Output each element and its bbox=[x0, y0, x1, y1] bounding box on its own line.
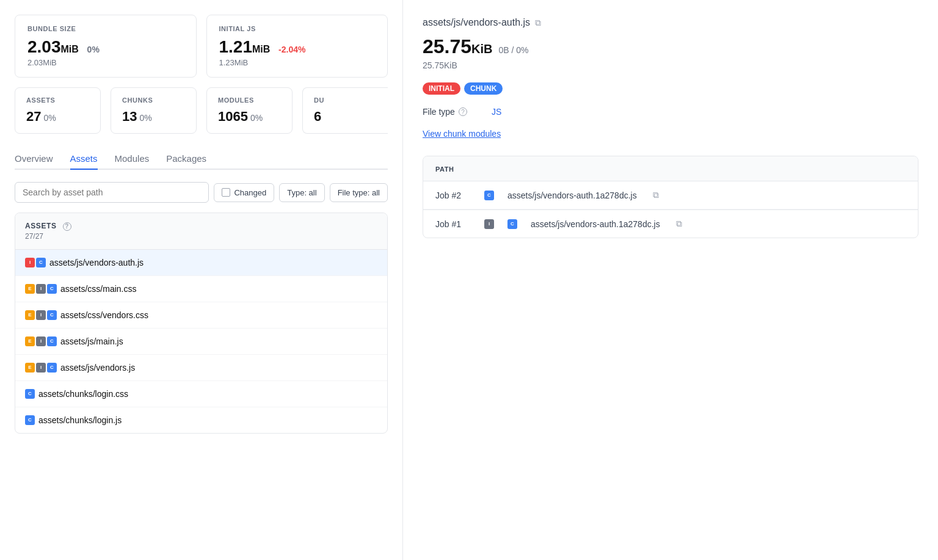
file-type-value: JS bbox=[492, 107, 501, 117]
assets-section-title: ASSETS bbox=[25, 222, 57, 230]
job2-label: Job #2 bbox=[435, 191, 472, 200]
file-type-row: File type ? JS bbox=[423, 107, 918, 117]
badge-i: I bbox=[36, 284, 46, 294]
view-chunk-modules-link[interactable]: View chunk modules bbox=[423, 129, 501, 139]
asset-name-login-js: assets/chunks/login.js bbox=[38, 415, 122, 425]
changed-filter-btn[interactable]: Changed bbox=[214, 183, 274, 202]
badge-chunk: C bbox=[36, 258, 46, 267]
tab-overview[interactable]: Overview bbox=[15, 148, 53, 170]
copy-path-icon[interactable]: ⧉ bbox=[535, 18, 541, 28]
asset-name-vendors-auth-js: assets/js/vendors-auth.js bbox=[49, 258, 144, 267]
right-panel: assets/js/vendors-auth.js ⧉ 25.75KiB 0B … bbox=[403, 0, 938, 560]
badge-c: C bbox=[25, 415, 35, 425]
job1-path: assets/js/vendors-auth.1a278dc.js bbox=[531, 219, 660, 229]
type-filter-btn[interactable]: Type: all bbox=[279, 183, 324, 202]
dup-stat-label: DU bbox=[314, 96, 377, 104]
initial-js-card: INITIAL JS 1.21MiB -2.04% 1.23MiB bbox=[206, 15, 388, 78]
assets-stat-value: 270% bbox=[26, 109, 89, 125]
asset-row-main-css[interactable]: E I C assets/css/main.css bbox=[15, 276, 387, 302]
badge-e: E bbox=[25, 310, 35, 320]
tab-modules[interactable]: Modules bbox=[115, 148, 150, 170]
chunks-stat-value: 130% bbox=[122, 109, 185, 125]
stats-top-row: BUNDLE SIZE 2.03MiB 0% 2.03MiB INITIAL J… bbox=[15, 15, 388, 78]
badge-c: C bbox=[25, 389, 35, 399]
file-type-help-icon[interactable]: ? bbox=[459, 107, 467, 116]
assets-count: 27/27 bbox=[25, 232, 377, 241]
path-row-job2: Job #2 C assets/js/vendors-auth.1a278dc.… bbox=[423, 181, 918, 209]
asset-name-main-js: assets/js/main.js bbox=[60, 336, 123, 346]
bundle-size-value: 2.03MiB 0% bbox=[27, 37, 184, 57]
bundle-size-unit: MiB bbox=[61, 44, 79, 54]
asset-row-vendors-auth-js[interactable]: I C assets/js/vendors-auth.js bbox=[15, 250, 387, 276]
job2-copy-icon[interactable]: ⧉ bbox=[653, 190, 659, 200]
bundle-size-card: BUNDLE SIZE 2.03MiB 0% 2.03MiB bbox=[15, 15, 197, 78]
badge-initial: I bbox=[25, 258, 35, 267]
assets-stat-card: ASSETS 270% bbox=[15, 87, 101, 134]
asset-name-login-css: assets/chunks/login.css bbox=[38, 389, 128, 399]
modules-stat-value: 10650% bbox=[218, 109, 281, 125]
dup-stat-card: DU 6 bbox=[302, 87, 388, 134]
job2-path: assets/js/vendors-auth.1a278dc.js bbox=[507, 191, 637, 200]
initial-js-label: INITIAL JS bbox=[219, 25, 376, 32]
bundle-size-sub: 2.03MiB bbox=[27, 58, 184, 67]
assets-stat-label: ASSETS bbox=[26, 96, 89, 104]
asset-name-main-css: assets/css/main.css bbox=[60, 284, 136, 294]
asset-row-vendors-js[interactable]: E I C assets/js/vendors.js bbox=[15, 355, 387, 381]
job1-label: Job #1 bbox=[435, 219, 472, 229]
bundle-size-number: 2.03 bbox=[27, 37, 61, 56]
search-input[interactable] bbox=[15, 182, 209, 203]
initial-js-value: 1.21MiB -2.04% bbox=[219, 37, 376, 57]
asset-row-login-js[interactable]: C assets/chunks/login.js bbox=[15, 407, 387, 433]
left-panel: BUNDLE SIZE 2.03MiB 0% 2.03MiB INITIAL J… bbox=[0, 0, 403, 560]
asset-path-title: assets/js/vendors-auth.js bbox=[423, 17, 530, 28]
job1-badge-i: I bbox=[484, 219, 494, 229]
badge-c: C bbox=[47, 284, 57, 294]
modules-stat-label: MODULES bbox=[218, 96, 281, 104]
assets-list-header: ASSETS ? 27/27 bbox=[15, 213, 387, 250]
asset-tags: INITIAL CHUNK bbox=[423, 82, 918, 95]
tab-packages[interactable]: Packages bbox=[166, 148, 206, 170]
assets-help-icon[interactable]: ? bbox=[63, 222, 71, 231]
file-type-label: File type ? bbox=[423, 107, 467, 117]
initial-js-unit: MiB bbox=[252, 44, 270, 54]
initial-js-diff: -2.04% bbox=[278, 45, 305, 54]
asset-name-vendors-js: assets/js/vendors.js bbox=[60, 363, 135, 373]
stats-bottom-row: ASSETS 270% CHUNKS 130% MODULES 10650% D… bbox=[15, 87, 388, 134]
dup-stat-value: 6 bbox=[314, 109, 377, 125]
initial-js-sub: 1.23MiB bbox=[219, 58, 376, 67]
asset-name-vendors-css: assets/css/vendors.css bbox=[60, 310, 148, 320]
bundle-size-label: BUNDLE SIZE bbox=[27, 25, 184, 32]
tag-chunk: CHUNK bbox=[464, 82, 503, 95]
tag-initial: INITIAL bbox=[423, 82, 460, 95]
badge-c: C bbox=[47, 310, 57, 320]
initial-js-number: 1.21 bbox=[219, 37, 253, 56]
badge-i: I bbox=[36, 336, 46, 346]
file-type-filter-btn[interactable]: File type: all bbox=[330, 183, 388, 202]
path-table: PATH Job #2 C assets/js/vendors-auth.1a2… bbox=[423, 156, 918, 238]
job1-copy-icon[interactable]: ⧉ bbox=[676, 219, 682, 229]
job1-badge-c: C bbox=[507, 219, 517, 229]
badge-i: I bbox=[36, 363, 46, 373]
changed-checkbox bbox=[222, 188, 230, 197]
asset-size-number: 25.75 bbox=[423, 35, 471, 57]
asset-row-login-css[interactable]: C assets/chunks/login.css bbox=[15, 381, 387, 407]
asset-size-sub: 25.75KiB bbox=[423, 60, 918, 70]
asset-size-unit: KiB bbox=[471, 42, 492, 56]
asset-row-vendors-css[interactable]: E I C assets/css/vendors.css bbox=[15, 302, 387, 329]
asset-path-header: assets/js/vendors-auth.js ⧉ bbox=[423, 17, 918, 28]
badge-c: C bbox=[47, 363, 57, 373]
badge-c: C bbox=[47, 336, 57, 346]
asset-size-diff: 0B / 0% bbox=[496, 45, 529, 55]
job2-badge-c: C bbox=[484, 191, 494, 200]
filters-bar: Changed Type: all File type: all bbox=[15, 182, 388, 203]
badge-e: E bbox=[25, 363, 35, 373]
asset-row-main-js[interactable]: E I C assets/js/main.js bbox=[15, 329, 387, 355]
chunks-stat-card: CHUNKS 130% bbox=[111, 87, 197, 134]
badge-e: E bbox=[25, 284, 35, 294]
bundle-size-diff: 0% bbox=[87, 45, 100, 54]
changed-label: Changed bbox=[234, 188, 266, 197]
path-table-header: PATH bbox=[423, 156, 918, 181]
assets-list-section: ASSETS ? 27/27 I C assets/js/vendors-aut… bbox=[15, 213, 388, 434]
main-tabs: Overview Assets Modules Packages bbox=[15, 148, 388, 170]
tab-assets[interactable]: Assets bbox=[70, 148, 98, 170]
